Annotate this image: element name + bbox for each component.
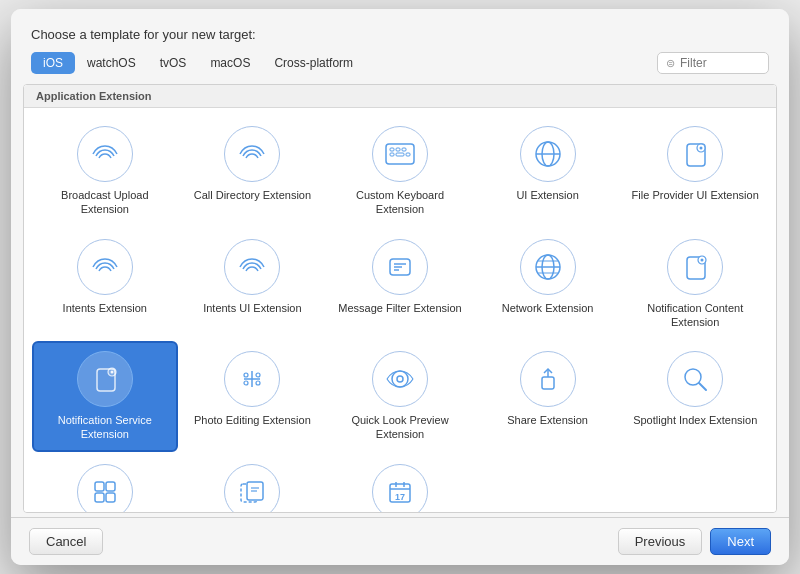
item-call-directory[interactable]: Call Directory Extension <box>180 116 326 227</box>
item-label-intents: Intents Extension <box>63 301 147 315</box>
dialog-title: Choose a template for your new target: <box>31 27 769 42</box>
item-icon-today: 17 <box>372 464 428 513</box>
item-icon-broadcast <box>77 126 133 182</box>
svg-rect-42 <box>95 493 104 502</box>
svg-point-32 <box>244 381 248 385</box>
item-icon-file-provider <box>667 126 723 182</box>
item-custom-keyboard[interactable]: Custom Keyboard Extension <box>327 116 473 227</box>
item-intents-ui[interactable]: Intents UI Extension <box>180 229 326 340</box>
item-today[interactable]: 17 Today Extension <box>327 454 473 513</box>
svg-point-33 <box>256 381 260 385</box>
item-share[interactable]: Share Extension <box>475 341 621 452</box>
item-icon-share <box>520 351 576 407</box>
item-label-quick-look: Quick Look Preview Extension <box>333 413 467 442</box>
next-button[interactable]: Next <box>710 528 771 555</box>
item-message-filter[interactable]: Message Filter Extension <box>327 229 473 340</box>
tab-macos[interactable]: macOS <box>198 52 262 74</box>
item-notification-content[interactable]: Notification Content Extension <box>622 229 768 340</box>
item-label-intents-ui: Intents UI Extension <box>203 301 301 315</box>
svg-rect-4 <box>390 153 394 156</box>
item-label-share: Share Extension <box>507 413 588 427</box>
svg-rect-5 <box>396 153 404 156</box>
svg-point-31 <box>256 373 260 377</box>
item-label-call: Call Directory Extension <box>194 188 311 202</box>
svg-point-34 <box>392 371 408 387</box>
item-thumbnail[interactable]: Thumbnail Extension <box>180 454 326 513</box>
tab-bar: iOS watchOS tvOS macOS Cross-platform ⊜ <box>31 52 769 74</box>
item-icon-intents-ui <box>224 239 280 295</box>
cancel-button[interactable]: Cancel <box>29 528 103 555</box>
filter-icon: ⊜ <box>666 57 675 70</box>
svg-point-27 <box>110 371 113 374</box>
item-intents[interactable]: Intents Extension <box>32 229 178 340</box>
item-notification-service[interactable]: Notification Service Extension <box>32 341 178 452</box>
section-application-extension: Application Extension <box>24 85 776 108</box>
svg-rect-41 <box>106 482 115 491</box>
item-icon-message <box>372 239 428 295</box>
filter-input[interactable] <box>680 56 760 70</box>
item-label-photo: Photo Editing Extension <box>194 413 311 427</box>
svg-rect-6 <box>406 153 410 156</box>
dialog-header: Choose a template for your new target: i… <box>11 9 789 84</box>
item-broadcast-upload[interactable]: Broadcast Upload Extension <box>32 116 178 227</box>
tab-watchos[interactable]: watchOS <box>75 52 148 74</box>
item-icon-network <box>520 239 576 295</box>
item-icon-notif-service <box>77 351 133 407</box>
item-icon-photo <box>224 351 280 407</box>
template-dialog: Choose a template for your new target: i… <box>11 9 789 565</box>
item-icon-intents <box>77 239 133 295</box>
item-quick-look[interactable]: Quick Look Preview Extension <box>327 341 473 452</box>
dialog-footer: Cancel Previous Next <box>11 517 789 565</box>
item-icon-spotlight <box>667 351 723 407</box>
template-grid: Broadcast Upload Extension Call Director… <box>24 108 776 513</box>
filter-box[interactable]: ⊜ <box>657 52 769 74</box>
content-area[interactable]: Application Extension Broadcast Upload E… <box>23 84 777 513</box>
item-label-file-provider: File Provider UI Extension <box>632 188 759 202</box>
item-ui-extension[interactable]: UI Extension <box>475 116 621 227</box>
svg-rect-40 <box>95 482 104 491</box>
item-icon-notif-content <box>667 239 723 295</box>
item-photo-editing[interactable]: Photo Editing Extension <box>180 341 326 452</box>
item-label-message: Message Filter Extension <box>338 301 462 315</box>
svg-rect-2 <box>396 148 400 151</box>
item-label-network: Network Extension <box>502 301 594 315</box>
item-label-broadcast: Broadcast Upload Extension <box>38 188 172 217</box>
svg-point-24 <box>701 258 704 261</box>
item-label-notif-content: Notification Content Extension <box>628 301 762 330</box>
svg-rect-3 <box>402 148 406 151</box>
svg-rect-43 <box>106 493 115 502</box>
tab-tvos[interactable]: tvOS <box>148 52 199 74</box>
svg-line-39 <box>699 383 706 390</box>
tab-ios[interactable]: iOS <box>31 52 75 74</box>
svg-point-35 <box>397 376 403 382</box>
item-label-ui: UI Extension <box>516 188 578 202</box>
item-icon-quick-look <box>372 351 428 407</box>
item-icon-ui <box>520 126 576 182</box>
navigation-buttons: Previous Next <box>618 528 771 555</box>
item-icon-sticker <box>77 464 133 513</box>
svg-rect-1 <box>390 148 394 151</box>
item-label-spotlight: Spotlight Index Extension <box>633 413 757 427</box>
item-icon-keyboard <box>372 126 428 182</box>
item-file-provider[interactable]: File Provider UI Extension <box>622 116 768 227</box>
item-spotlight[interactable]: Spotlight Index Extension <box>622 341 768 452</box>
item-label-keyboard: Custom Keyboard Extension <box>333 188 467 217</box>
item-sticker-pack[interactable]: Sticker Pack Extension <box>32 454 178 513</box>
tab-crossplatform[interactable]: Cross-platform <box>262 52 365 74</box>
item-icon-thumbnail <box>224 464 280 513</box>
item-icon-call <box>224 126 280 182</box>
previous-button[interactable]: Previous <box>618 528 703 555</box>
item-network[interactable]: Network Extension <box>475 229 621 340</box>
svg-text:17: 17 <box>395 492 405 502</box>
svg-point-30 <box>244 373 248 377</box>
svg-point-12 <box>700 147 703 150</box>
item-label-notif-service: Notification Service Extension <box>38 413 172 442</box>
svg-rect-36 <box>542 377 554 389</box>
